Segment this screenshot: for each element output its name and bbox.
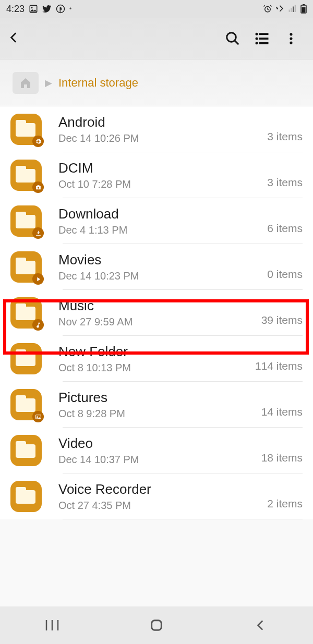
view-toggle-button[interactable] [247, 31, 276, 46]
image-badge-icon [32, 411, 44, 422]
folder-name: Voice Recorder [58, 481, 262, 497]
folder-date: Oct 8 9:28 PM [58, 408, 256, 420]
folder-item-count: 114 items [250, 360, 303, 374]
svg-point-11 [227, 32, 236, 42]
folder-name: New Folder [58, 344, 250, 360]
svg-point-18 [290, 33, 292, 35]
folder-item-count: 39 items [256, 314, 303, 329]
folder-icon [10, 389, 42, 420]
more-options-button[interactable] [276, 31, 306, 46]
breadcrumb-label[interactable]: Internal storage [58, 76, 138, 90]
folder-item-count: 2 items [262, 497, 303, 512]
svg-point-14 [256, 37, 258, 40]
system-nav-bar [0, 606, 313, 644]
signal-icon [288, 4, 297, 14]
twitter-icon [42, 4, 52, 14]
svg-point-16 [256, 42, 258, 44]
search-button[interactable] [218, 31, 247, 46]
folder-row[interactable]: New Folder Oct 8 10:13 PM 114 items [0, 336, 313, 382]
folder-row[interactable]: Voice Recorder Oct 27 4:35 PM 2 items [0, 473, 313, 519]
folder-name: Android [58, 114, 262, 130]
folder-name: DCIM [58, 160, 262, 176]
alarm-icon [263, 4, 272, 14]
folder-row[interactable]: Music Nov 27 9:59 AM 39 items [0, 290, 313, 336]
folder-date: Dec 14 10:37 PM [58, 454, 256, 466]
svg-rect-7 [295, 5, 296, 13]
folder-name: Music [58, 298, 256, 314]
music-badge-icon [32, 319, 44, 331]
svg-rect-9 [303, 4, 305, 5]
svg-rect-4 [289, 10, 290, 13]
svg-point-12 [256, 32, 258, 35]
svg-point-20 [290, 41, 292, 44]
folder-date: Dec 14 10:26 PM [58, 132, 262, 144]
folder-icon [10, 481, 42, 512]
folder-item-count: 14 items [256, 406, 303, 420]
svg-point-21 [37, 187, 39, 188]
battery-icon [300, 4, 307, 14]
status-dot: • [69, 5, 71, 13]
folder-item-count: 6 items [262, 222, 303, 237]
folder-date: Oct 27 4:35 PM [58, 500, 262, 512]
status-time: 4:23 [6, 4, 25, 15]
image-icon [29, 4, 38, 14]
folder-item-count: 0 items [262, 268, 303, 283]
folder-date: Nov 27 9:59 AM [58, 316, 256, 328]
vibrate-icon [275, 4, 285, 14]
folder-date: Oct 8 10:13 PM [58, 362, 250, 374]
folder-icon [10, 251, 42, 283]
breadcrumb-home-button[interactable] [13, 72, 39, 94]
folder-name: Download [58, 206, 262, 222]
download-badge-icon [32, 227, 44, 239]
app-bar [0, 18, 313, 59]
facebook-icon [56, 4, 65, 14]
nav-back-button[interactable] [240, 618, 282, 632]
folder-name: Video [58, 435, 256, 452]
folder-row[interactable]: Pictures Oct 8 9:28 PM 14 items [0, 382, 313, 428]
nav-recents-button[interactable] [31, 619, 73, 631]
folder-row[interactable]: Movies Dec 14 10:23 PM 0 items [0, 244, 313, 290]
svg-point-23 [37, 416, 38, 417]
svg-rect-15 [259, 38, 269, 40]
svg-rect-6 [293, 7, 294, 13]
svg-rect-17 [259, 42, 269, 44]
folder-icon [10, 160, 42, 191]
nav-home-button[interactable] [136, 618, 177, 633]
folder-list: Android Dec 14 10:26 PM 3 items DCIM Oct… [0, 106, 313, 519]
svg-rect-27 [152, 621, 162, 630]
back-button[interactable] [7, 31, 28, 46]
camera-badge-icon [32, 181, 44, 193]
folder-item-count: 3 items [262, 130, 303, 145]
folder-row[interactable]: Android Dec 14 10:26 PM 3 items [0, 106, 313, 152]
folder-item-count: 18 items [256, 452, 303, 466]
folder-date: Dec 14 10:23 PM [58, 270, 262, 282]
folder-date: Oct 10 7:28 PM [58, 178, 262, 190]
svg-point-1 [31, 7, 33, 8]
chevron-right-icon: ▶ [45, 77, 52, 89]
svg-rect-5 [291, 8, 292, 13]
svg-rect-10 [302, 7, 306, 13]
status-bar: 4:23 • [0, 0, 313, 18]
folder-row[interactable]: Download Dec 4 1:13 PM 6 items [0, 198, 313, 244]
folder-item-count: 3 items [262, 176, 303, 191]
svg-point-19 [290, 37, 292, 40]
folder-icon [10, 114, 42, 145]
breadcrumb: ▶ Internal storage [0, 59, 313, 106]
gear-badge-icon [32, 136, 44, 147]
folder-icon [10, 297, 42, 329]
folder-row[interactable]: DCIM Oct 10 7:28 PM 3 items [0, 152, 313, 198]
folder-name: Movies [58, 252, 262, 268]
svg-rect-13 [259, 33, 269, 35]
folder-icon [10, 205, 42, 237]
folder-date: Dec 4 1:13 PM [58, 224, 262, 236]
folder-row[interactable]: Video Dec 14 10:37 PM 18 items [0, 428, 313, 473]
folder-name: Pictures [58, 390, 256, 406]
play-badge-icon [32, 273, 44, 285]
folder-icon [10, 435, 42, 466]
folder-icon [10, 343, 42, 374]
